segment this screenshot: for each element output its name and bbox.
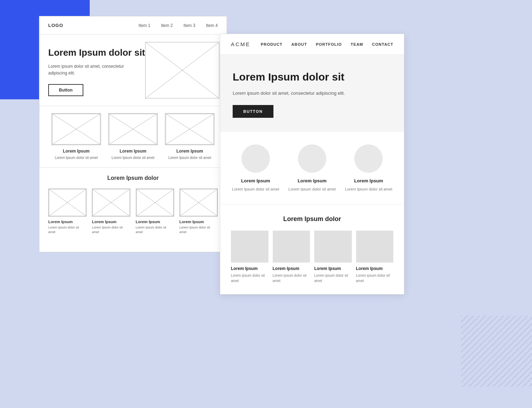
polished-hero-title: Lorem Ipsum dolor sit bbox=[233, 71, 392, 83]
wireframe-feature-title-2: Lorem Ipsum bbox=[120, 149, 146, 154]
polished-card: ACME PRODUCT ABOUT PORTFOLIO TEAM CONTAC… bbox=[220, 34, 404, 294]
polished-features-row: Lorem Ipsum Lorem Ipsum dolor sit amet L… bbox=[231, 144, 393, 192]
wireframe-nav: LOGO Item 1 Item 2 Item 3 Item 4 bbox=[39, 16, 227, 35]
polished-feature-title-1: Lorem Ipsum bbox=[241, 178, 270, 183]
polished-gallery-image-3 bbox=[314, 231, 352, 263]
polished-nav-item-product[interactable]: PRODUCT bbox=[261, 42, 282, 46]
polished-feature-item-1: Lorem Ipsum Lorem Ipsum dolor sit amet bbox=[231, 144, 280, 192]
polished-gallery-item-title-1: Lorem Ipsum bbox=[231, 266, 268, 271]
polished-gallery-title: Lorem Ipsum dolor bbox=[231, 215, 393, 223]
polished-hero-text: Lorem ipsum dolor sit amet, consectetur … bbox=[233, 90, 346, 97]
wireframe-hero-button[interactable]: Button bbox=[48, 84, 83, 96]
wireframe-hero-title: Lorem Ipsum dolor sit bbox=[48, 47, 148, 58]
polished-gallery-image-1 bbox=[231, 231, 268, 263]
polished-nav-item-team[interactable]: TEAM bbox=[351, 42, 363, 46]
wireframe-gallery-image-3 bbox=[136, 188, 174, 217]
wireframe-nav-item-3[interactable]: Item 3 bbox=[183, 23, 195, 28]
svg-rect-1 bbox=[461, 316, 532, 387]
polished-gallery-item-4: Lorem Ipsum Lorem ipsum dolor sit amet bbox=[356, 231, 394, 283]
polished-nav-item-portfolio[interactable]: PORTFOLIO bbox=[316, 42, 342, 46]
wireframe-gallery-item-text-3: Lorem Ipsum dolor sit amet bbox=[136, 225, 174, 234]
wireframe-nav-item-4[interactable]: Item 4 bbox=[206, 23, 218, 28]
polished-gallery-item-text-4: Lorem ipsum dolor sit amet bbox=[356, 273, 394, 283]
wireframe-gallery-image-1 bbox=[48, 188, 87, 217]
polished-nav-item-contact[interactable]: CONTACT bbox=[372, 42, 393, 46]
polished-gallery-item-text-3: Lorem ipsum dolor sit amet bbox=[314, 273, 352, 283]
polished-hero-button[interactable]: BUTTON bbox=[233, 105, 273, 118]
wireframe-feature-image-1 bbox=[51, 113, 101, 145]
wireframe-gallery-item-title-2: Lorem Ipsum bbox=[92, 220, 130, 224]
polished-feature-item-3: Lorem Ipsum Lorem Ipsum dolor sit amet bbox=[344, 144, 393, 192]
polished-gallery-item-title-4: Lorem Ipsum bbox=[356, 266, 394, 271]
polished-gallery-image-2 bbox=[273, 231, 310, 263]
wireframe-nav-item-2[interactable]: Item 2 bbox=[161, 23, 173, 28]
wireframe-hero-image-placeholder bbox=[145, 42, 220, 99]
wireframe-gallery-section: Lorem Ipsum dolor Lorem Ipsum Lorem Ipsu… bbox=[39, 167, 227, 241]
wireframe-gallery-item-title-1: Lorem Ipsum bbox=[48, 220, 87, 224]
wireframe-gallery-item-title-3: Lorem Ipsum bbox=[136, 220, 174, 224]
wireframe-hero-text: Lorem ipsum dolor sit amet, consectetur … bbox=[48, 63, 140, 77]
wireframe-feature-item-2: Lorem Ipsum Lorem Ipsum dolor sit amet bbox=[108, 113, 158, 160]
wireframe-gallery-image-4 bbox=[179, 188, 218, 217]
polished-nav-item-about[interactable]: ABOUT bbox=[292, 42, 307, 46]
wireframe-gallery-item-1: Lorem Ipsum Lorem Ipsum dolor sit amet bbox=[48, 188, 87, 234]
polished-gallery-section: Lorem Ipsum dolor Lorem Ipsum Lorem ipsu… bbox=[220, 204, 404, 294]
wireframe-feature-title-1: Lorem Ipsum bbox=[63, 149, 89, 154]
wireframe-feature-text-3: Lorem Ipsum dolor sit amet bbox=[168, 155, 211, 160]
wireframe-feature-item-3: Lorem Ipsum Lorem Ipsum dolor sit amet bbox=[165, 113, 215, 160]
polished-gallery-item-title-3: Lorem Ipsum bbox=[314, 266, 352, 271]
wireframe-feature-text-2: Lorem Ipsum dolor sit amet bbox=[111, 155, 154, 160]
wireframe-gallery-item-4: Lorem Ipsum Lorem Ipsum dolor sit amet bbox=[179, 188, 218, 234]
wireframe-gallery-item-text-1: Lorem Ipsum dolor sit amet bbox=[48, 225, 87, 234]
wireframe-gallery-item-text-4: Lorem Ipsum dolor sit amet bbox=[179, 225, 218, 234]
wireframe-hero: Lorem Ipsum dolor sit Lorem ipsum dolor … bbox=[39, 35, 227, 106]
polished-gallery-item-title-2: Lorem Ipsum bbox=[273, 266, 310, 271]
wireframe-nav-item-1[interactable]: Item 1 bbox=[139, 23, 150, 28]
wireframe-features-section: Lorem Ipsum Lorem Ipsum dolor sit amet L… bbox=[39, 106, 227, 167]
polished-logo: ACME bbox=[231, 41, 250, 47]
wireframe-feature-image-2 bbox=[108, 113, 158, 145]
wireframe-feature-text-1: Lorem Ipsum dolor sit amet bbox=[55, 155, 98, 160]
wireframe-features-row: Lorem Ipsum Lorem Ipsum dolor sit amet L… bbox=[48, 113, 218, 160]
polished-gallery-item-2: Lorem Ipsum Lorem ipsum dolor sit amet bbox=[273, 231, 310, 283]
wireframe-feature-image-3 bbox=[165, 113, 215, 145]
wireframe-logo: LOGO bbox=[48, 23, 63, 28]
polished-nav: ACME PRODUCT ABOUT PORTFOLIO TEAM CONTAC… bbox=[220, 34, 404, 55]
polished-feature-text-2: Lorem Ipsum dolor sit amet bbox=[288, 186, 336, 192]
polished-gallery-item-3: Lorem Ipsum Lorem ipsum dolor sit amet bbox=[314, 231, 352, 283]
wireframe-gallery-item-text-2: Lorem Ipsum dolor sit amet bbox=[92, 225, 130, 234]
polished-gallery-image-4 bbox=[356, 231, 394, 263]
wireframe-gallery-image-2 bbox=[92, 188, 130, 217]
wireframe-card: LOGO Item 1 Item 2 Item 3 Item 4 Lorem I… bbox=[39, 16, 227, 252]
polished-gallery-item-1: Lorem Ipsum Lorem ipsum dolor sit amet bbox=[231, 231, 268, 283]
diagonal-stripes bbox=[461, 316, 532, 387]
polished-feature-text-1: Lorem Ipsum dolor sit amet bbox=[232, 186, 279, 192]
polished-gallery-item-text-2: Lorem ipsum dolor sit amet bbox=[273, 273, 310, 283]
polished-feature-title-2: Lorem Ipsum bbox=[298, 178, 327, 183]
polished-feature-circle-2 bbox=[298, 144, 326, 173]
polished-feature-circle-1 bbox=[242, 144, 270, 173]
wireframe-feature-item-1: Lorem Ipsum Lorem Ipsum dolor sit amet bbox=[51, 113, 101, 160]
polished-feature-text-3: Lorem Ipsum dolor sit amet bbox=[345, 186, 392, 192]
polished-gallery-item-text-1: Lorem ipsum dolor sit amet bbox=[231, 273, 268, 283]
polished-features-section: Lorem Ipsum Lorem Ipsum dolor sit amet L… bbox=[220, 132, 404, 205]
polished-feature-title-3: Lorem Ipsum bbox=[354, 178, 383, 183]
wireframe-gallery-title: Lorem Ipsum dolor bbox=[48, 175, 218, 181]
polished-feature-circle-3 bbox=[354, 144, 383, 173]
wireframe-gallery-item-2: Lorem Ipsum Lorem Ipsum dolor sit amet bbox=[92, 188, 130, 234]
polished-feature-item-2: Lorem Ipsum Lorem Ipsum dolor sit amet bbox=[287, 144, 337, 192]
wireframe-gallery-item-title-4: Lorem Ipsum bbox=[179, 220, 218, 224]
polished-hero: Lorem Ipsum dolor sit Lorem ipsum dolor … bbox=[220, 55, 404, 132]
wireframe-gallery-row: Lorem Ipsum Lorem Ipsum dolor sit amet L… bbox=[48, 188, 218, 234]
wireframe-feature-title-3: Lorem Ipsum bbox=[176, 149, 203, 154]
polished-gallery-row: Lorem Ipsum Lorem ipsum dolor sit amet L… bbox=[231, 231, 393, 283]
polished-nav-items: PRODUCT ABOUT PORTFOLIO TEAM CONTACT bbox=[261, 42, 393, 46]
wireframe-gallery-item-3: Lorem Ipsum Lorem Ipsum dolor sit amet bbox=[136, 188, 174, 234]
